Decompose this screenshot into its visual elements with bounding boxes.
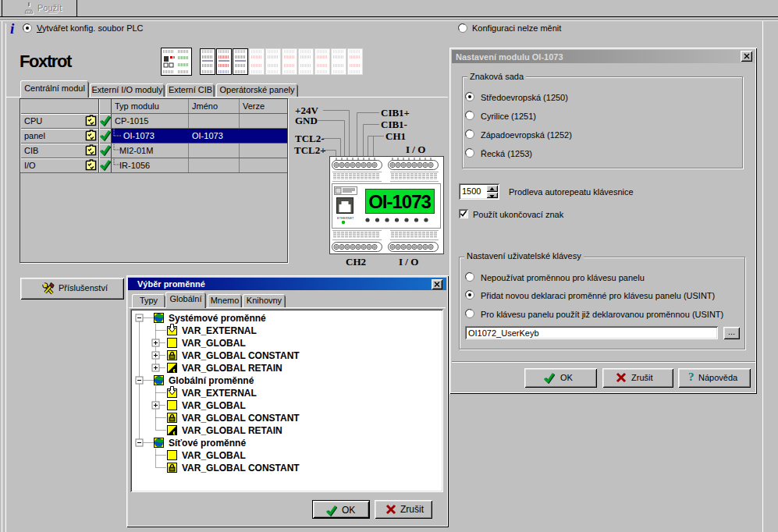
svg-text:TCL2+: TCL2+ bbox=[294, 144, 326, 156]
svg-text:VAR_GLOBAL RETAIN: VAR_GLOBAL RETAIN bbox=[182, 363, 282, 374]
svg-text:VAR_GLOBAL: VAR_GLOBAL bbox=[182, 400, 246, 411]
svg-text:VAR_EXTERNAL: VAR_EXTERNAL bbox=[182, 388, 257, 399]
svg-text:TCL2-: TCL2- bbox=[295, 133, 325, 144]
svg-text:CH1: CH1 bbox=[385, 130, 406, 142]
svg-text:I / O: I / O bbox=[406, 144, 425, 155]
svg-text:CH2: CH2 bbox=[346, 256, 366, 268]
svg-text:CIB1-: CIB1- bbox=[381, 119, 407, 130]
svg-text:VAR_EXTERNAL: VAR_EXTERNAL bbox=[182, 325, 257, 336]
svg-text:VAR_GLOBAL RETAIN: VAR_GLOBAL RETAIN bbox=[182, 425, 282, 436]
svg-text:GND: GND bbox=[295, 115, 318, 126]
svg-text:ETHERNET: ETHERNET bbox=[337, 216, 354, 220]
svg-text:VAR_GLOBAL CONSTANT: VAR_GLOBAL CONSTANT bbox=[182, 463, 300, 473]
svg-text:VAR_GLOBAL: VAR_GLOBAL bbox=[182, 450, 246, 461]
svg-text:Systémové proměnné: Systémové proměnné bbox=[169, 313, 266, 324]
svg-text:OI-1073: OI-1073 bbox=[368, 191, 431, 212]
svg-text:I / O: I / O bbox=[399, 256, 418, 268]
svg-text:Globální proměnné: Globální proměnné bbox=[169, 375, 254, 386]
svg-text:CIB1+: CIB1+ bbox=[381, 107, 410, 119]
svg-text:Síťové proměnné: Síťové proměnné bbox=[169, 438, 246, 449]
svg-text:VAR_GLOBAL: VAR_GLOBAL bbox=[182, 338, 246, 349]
svg-text:VAR_GLOBAL CONSTANT: VAR_GLOBAL CONSTANT bbox=[182, 413, 300, 424]
svg-text:VAR_GLOBAL CONSTANT: VAR_GLOBAL CONSTANT bbox=[182, 350, 300, 361]
